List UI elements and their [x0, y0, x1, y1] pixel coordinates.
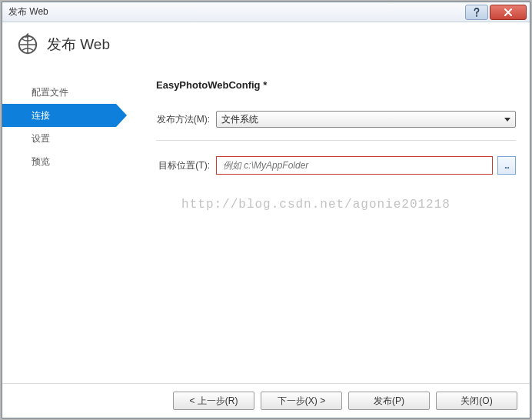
target-location-input[interactable] [216, 156, 493, 175]
target-location-row: 目标位置(T): ... [156, 156, 516, 175]
prev-button[interactable]: < 上一步(R) [173, 392, 254, 410]
dialog-window: 发布 Web 发布 Web 配置文件 连接 [2, 2, 530, 418]
target-location-label: 目标位置(T): [156, 159, 216, 172]
content-area: EasyPhotoWebConfig * 发布方法(M): 文件系统 目标位置(… [116, 65, 516, 383]
titlebar: 发布 Web [2, 2, 530, 22]
browse-button[interactable]: ... [497, 156, 516, 175]
sidebar-item-connection[interactable]: 连接 [2, 104, 116, 127]
sidebar: 配置文件 连接 设置 预览 [2, 65, 116, 383]
publish-method-row: 发布方法(M): 文件系统 [156, 111, 516, 128]
dialog-body: 配置文件 连接 设置 预览 EasyPhotoWebConfig * 发布方法(… [2, 65, 530, 383]
window-title: 发布 Web [8, 5, 464, 18]
sidebar-item-preview[interactable]: 预览 [2, 150, 116, 173]
divider [156, 140, 516, 141]
sidebar-item-label: 预览 [32, 155, 50, 168]
close-icon [504, 8, 513, 17]
config-title: EasyPhotoWebConfig * [156, 79, 516, 91]
publish-method-label: 发布方法(M): [156, 113, 216, 126]
dialog-header: 发布 Web [2, 22, 530, 65]
sidebar-item-profile[interactable]: 配置文件 [2, 81, 116, 104]
sidebar-item-label: 连接 [32, 109, 50, 122]
dialog-footer: < 上一步(R) 下一步(X) > 发布(P) 关闭(O) [2, 383, 530, 418]
help-button[interactable] [465, 5, 488, 20]
sidebar-item-settings[interactable]: 设置 [2, 127, 116, 150]
publish-button[interactable]: 发布(P) [348, 392, 430, 410]
sidebar-item-label: 配置文件 [32, 86, 68, 99]
page-title: 发布 Web [47, 35, 110, 55]
next-button[interactable]: 下一步(X) > [261, 392, 342, 410]
publish-method-select[interactable]: 文件系统 [216, 111, 516, 128]
globe-icon [16, 33, 39, 56]
close-dialog-button[interactable]: 关闭(O) [436, 392, 517, 410]
chevron-down-icon [504, 118, 510, 122]
help-icon [473, 8, 480, 17]
close-button[interactable] [490, 5, 527, 20]
watermark-text: http://blog.csdn.net/agonie201218 [181, 198, 451, 212]
sidebar-item-label: 设置 [32, 132, 50, 145]
ellipsis-icon: ... [504, 162, 508, 170]
target-location-wrap: ... [216, 156, 516, 175]
publish-method-value: 文件系统 [221, 113, 258, 126]
